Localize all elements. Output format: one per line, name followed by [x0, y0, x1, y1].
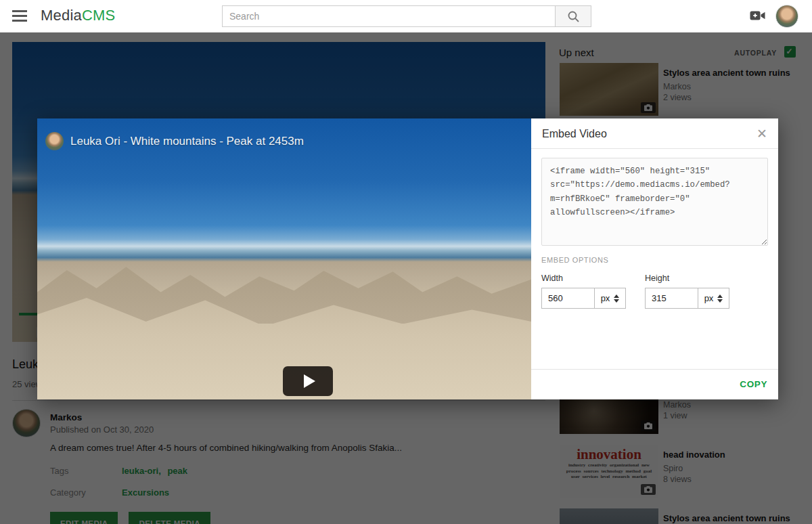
upload-media-icon[interactable]: [750, 10, 766, 24]
embed-options-label: EMBED OPTIONS: [541, 256, 768, 264]
width-unit-select[interactable]: px: [594, 288, 626, 309]
top-bar: MediaCMS: [0, 0, 812, 32]
height-unit-value: px: [704, 293, 714, 303]
embed-video-modal: Leuka Ori - White mountains - Peak at 24…: [37, 118, 778, 399]
embed-code-textarea[interactable]: <iframe width="560" height="315" src="ht…: [541, 158, 768, 246]
search-button[interactable]: [555, 5, 591, 27]
spinner-arrows-icon: [614, 294, 619, 303]
menu-icon[interactable]: [12, 10, 27, 22]
height-label: Height: [645, 274, 729, 283]
search-input[interactable]: [222, 5, 555, 27]
spinner-arrows-icon: [717, 294, 723, 303]
preview-play-button[interactable]: [283, 366, 333, 396]
embed-panel: Embed Video ✕ <iframe width="560" height…: [531, 118, 778, 399]
mediacms-logo[interactable]: MediaCMS: [41, 7, 115, 24]
preview-video-title: Leuka Ori - White mountains - Peak at 24…: [70, 135, 304, 148]
search-icon: [567, 10, 580, 23]
close-icon[interactable]: ✕: [757, 127, 767, 140]
height-input[interactable]: [645, 288, 698, 309]
width-input[interactable]: [541, 288, 594, 309]
width-unit-value: px: [601, 293, 610, 303]
modal-title: Embed Video: [542, 128, 607, 140]
height-unit-select[interactable]: px: [698, 288, 729, 309]
width-label: Width: [541, 274, 626, 283]
embed-preview-player[interactable]: Leuka Ori - White mountains - Peak at 24…: [37, 118, 531, 399]
copy-button[interactable]: COPY: [740, 379, 767, 389]
preview-author-avatar: [45, 132, 64, 150]
user-avatar[interactable]: [775, 5, 798, 28]
play-icon: [304, 374, 315, 388]
